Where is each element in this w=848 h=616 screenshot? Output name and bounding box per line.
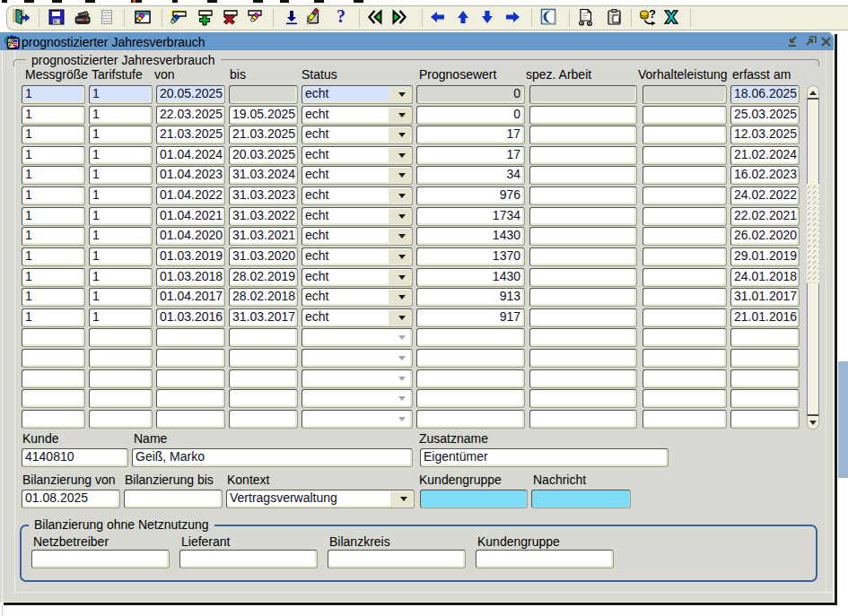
svg-text:?: ? bbox=[337, 8, 345, 26]
svg-text:?: ? bbox=[649, 8, 656, 21]
